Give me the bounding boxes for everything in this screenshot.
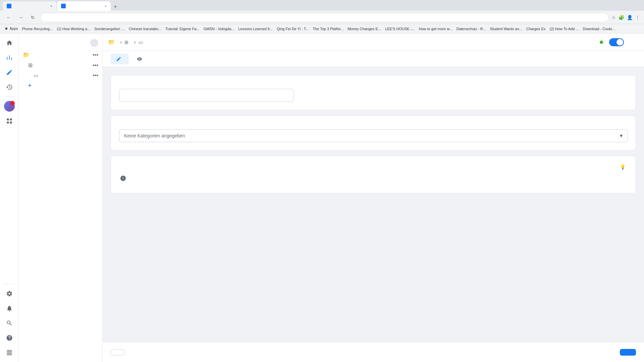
sidebar-avatar[interactable] xyxy=(3,100,16,113)
ad-icon: ▭ xyxy=(34,73,38,78)
bottom-bar xyxy=(103,342,644,362)
bookmark-apps[interactable]: ◾ Apps xyxy=(4,26,18,31)
sidebar-icon-help[interactable] xyxy=(3,331,16,345)
bookmark-student[interactable]: Student Wants an... xyxy=(490,27,522,31)
ad-more-button[interactable]: ••• xyxy=(93,72,98,78)
bookmark-chinese[interactable]: Chinese translatio... xyxy=(129,27,161,31)
tab-close-werbeanzeigenmanager[interactable]: × xyxy=(105,4,107,8)
bookmark-gmsn[interactable]: GMSN - Vologda... xyxy=(204,27,234,31)
bookmark-phone[interactable]: Phone Recycling... xyxy=(22,27,53,31)
tab-werbeanzeigenmanager[interactable]: × xyxy=(57,1,111,11)
browser-tabs: × × + xyxy=(3,0,119,11)
more-options-button[interactable] xyxy=(628,37,639,48)
special-categories-section: Keine Kategorien angegeben // Populate s… xyxy=(111,116,636,150)
kategorien-select[interactable]: Keine Kategorien angegeben xyxy=(119,129,628,142)
campaign-name-section xyxy=(111,75,636,110)
main-content-area: 📁 › ⊞ › ▭ xyxy=(103,34,644,362)
campaign-name-input[interactable] xyxy=(119,89,293,102)
close-button[interactable] xyxy=(111,349,125,355)
tab-favicon-active xyxy=(61,4,66,8)
form-content: Keine Kategorien angegeben // Populate s… xyxy=(103,67,644,342)
sidebar-icon-stats[interactable] xyxy=(3,51,16,64)
add-icon: + xyxy=(28,82,31,88)
lightbulb-icon: 💡 xyxy=(620,164,626,170)
bookmark-how-to-get[interactable]: How to get more w... xyxy=(419,27,452,31)
back-button[interactable]: ← xyxy=(4,13,13,22)
bookmark-lees[interactable]: LEE'S HOUSE -... xyxy=(385,27,415,31)
sidebar-divider-1 xyxy=(4,97,15,97)
status-badge xyxy=(600,41,605,44)
breadcrumb: 📁 › ⊞ › ▭ xyxy=(108,39,596,45)
bookmark-charges[interactable]: Charges Ex xyxy=(526,27,545,31)
toggle-thumb xyxy=(616,39,623,46)
details-header-row: 💡 xyxy=(119,164,628,170)
bookmark-icon[interactable]: ☆ xyxy=(611,15,616,20)
breadcrumb-sep-2: › xyxy=(134,39,136,45)
campaign-name-row xyxy=(119,89,628,102)
breadcrumb-ad-icon: ▭ xyxy=(139,40,143,45)
status-dot xyxy=(600,41,603,44)
bookmark-lessons[interactable]: Lessons Learned fr... xyxy=(238,27,273,31)
kategorien-select-wrapper: Keine Kategorien angegeben // Populate s… xyxy=(119,129,628,142)
extension-icon[interactable]: 🧩 xyxy=(619,15,624,20)
bookmark-how-to-add[interactable]: (2) How To Add ... xyxy=(549,27,579,31)
action-tabs xyxy=(103,51,644,67)
top-bar-actions xyxy=(600,37,639,48)
review-icon xyxy=(137,56,142,62)
browser-more-icon[interactable]: ⋮ xyxy=(635,15,640,20)
sidebar-icon-table[interactable] xyxy=(3,346,16,359)
notification-badge xyxy=(10,101,15,106)
tab-facebook[interactable]: × xyxy=(3,1,56,11)
edit-icon xyxy=(116,56,121,62)
sidebar-icon-history[interactable] xyxy=(3,80,16,94)
sidebar-icon-bell[interactable] xyxy=(3,302,16,315)
breadcrumb-adset-icon: ⊞ xyxy=(124,40,128,45)
sidebar-icons xyxy=(0,34,19,362)
bookmark-money[interactable]: Money Changes E... xyxy=(348,27,381,31)
tab-favicon xyxy=(7,4,11,8)
add-adset-button[interactable]: + xyxy=(24,80,102,90)
bookmark-datenschutz[interactable]: Datenschutz - R... xyxy=(457,27,486,31)
sidebar-icon-home[interactable] xyxy=(3,36,16,50)
new-tab-button[interactable]: + xyxy=(111,3,119,11)
draft-toggle[interactable] xyxy=(609,38,624,46)
forward-button[interactable]: → xyxy=(16,13,25,22)
tree-item-adset[interactable]: ⊞ ••• xyxy=(24,60,102,70)
profile-icon[interactable]: 👤 xyxy=(627,15,633,20)
bookmark-tutorial[interactable]: Tutorial: Eigene Fa... xyxy=(165,27,200,31)
kampagnenziel-label: i xyxy=(119,175,628,181)
breadcrumb-sep-1: › xyxy=(120,39,122,45)
browser-toolbar: ← → ↻ ☆ 🧩 👤 ⋮ xyxy=(0,11,644,24)
tab-uberprufen[interactable] xyxy=(131,54,150,64)
sidebar-icon-settings[interactable] xyxy=(3,287,16,300)
tab-bearbeiten[interactable] xyxy=(111,54,129,64)
close-sidebar-button[interactable] xyxy=(90,39,98,47)
tree-item-ad[interactable]: ▭ ••• xyxy=(30,70,102,80)
tab-close-facebook[interactable]: × xyxy=(50,4,52,8)
top-bar: 📁 › ⊞ › ▭ xyxy=(103,34,644,51)
bookmark-top3[interactable]: The Top 3 Platfor... xyxy=(313,27,343,31)
sidebar-icon-search[interactable] xyxy=(3,316,16,330)
campaign-details-section: 💡 i xyxy=(111,156,636,193)
reload-button[interactable]: ↻ xyxy=(28,13,38,22)
sidebar-icon-grid[interactable] xyxy=(3,114,16,128)
campaign-more-button[interactable]: ••• xyxy=(93,52,98,58)
bookmark-working[interactable]: (1) How Working a... xyxy=(57,27,90,31)
bookmark-sonderangebot[interactable]: Sonderangebot: ... xyxy=(94,27,125,31)
info-icon[interactable]: i xyxy=(120,176,126,181)
next-button[interactable] xyxy=(620,349,636,356)
bookmarks-bar: ◾ Apps Phone Recycling... (1) How Workin… xyxy=(0,24,644,34)
app-layout: 📁 ••• ⊞ ••• ▭ ••• + 📁 › xyxy=(0,34,644,362)
folder-icon: 📁 xyxy=(23,52,30,58)
adset-more-button[interactable]: ••• xyxy=(93,62,98,68)
tree-item-campaign[interactable]: 📁 ••• xyxy=(19,50,102,60)
bookmark-download[interactable]: Download - Cooki... xyxy=(583,27,615,31)
recommendations-link[interactable]: 💡 xyxy=(620,164,628,170)
sidebar-icon-edit[interactable] xyxy=(3,66,16,79)
browser-chrome: × × + xyxy=(0,0,644,11)
campaign-tree-sidebar: 📁 ••• ⊞ ••• ▭ ••• + xyxy=(19,34,103,362)
bookmark-qing[interactable]: Qing Fei De Yi - T... xyxy=(277,27,309,31)
address-bar[interactable] xyxy=(40,13,609,22)
kampagnenziel-row: i xyxy=(119,175,628,181)
breadcrumb-campaign-icon: 📁 xyxy=(108,39,115,45)
